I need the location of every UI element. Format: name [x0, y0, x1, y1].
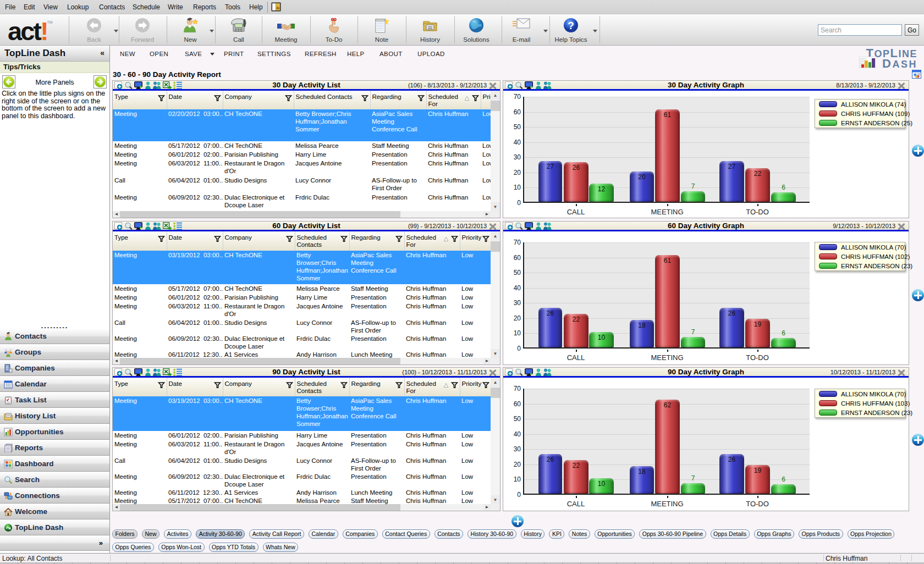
svg-text:?: ?: [568, 20, 574, 31]
